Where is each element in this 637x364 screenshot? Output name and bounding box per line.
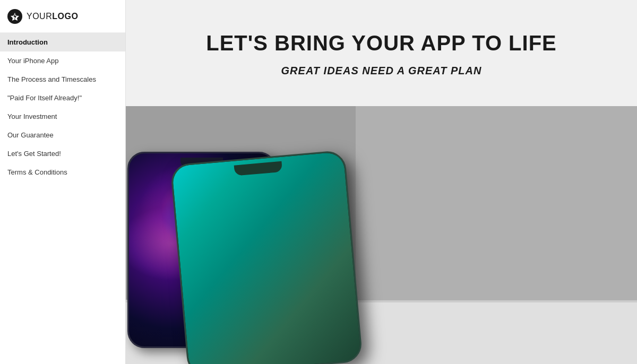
hero-heading: LET'S BRING YOUR APP TO LIFE bbox=[206, 31, 557, 55]
sidebar-item-introduction[interactable]: Introduction bbox=[0, 33, 125, 51]
sidebar-item-lets-get-started[interactable]: Let's Get Started! bbox=[0, 144, 125, 163]
hero-subheading: GREAT IDEAS NEED A GREAT PLAN bbox=[281, 65, 482, 77]
sidebar-item-our-guarantee[interactable]: Our Guarantee bbox=[0, 126, 125, 144]
logo-icon bbox=[7, 9, 22, 24]
main-content: LET'S BRING YOUR APP TO LIFE GREAT IDEAS… bbox=[126, 0, 637, 364]
hero-text-section: LET'S BRING YOUR APP TO LIFE GREAT IDEAS… bbox=[126, 0, 637, 106]
sidebar-item-your-investment[interactable]: Your Investment bbox=[0, 107, 125, 126]
sidebar-item-paid-for-itself[interactable]: "Paid For Itself Already!" bbox=[0, 89, 125, 107]
sidebar: YOURLOGO Introduction Your iPhone App Th… bbox=[0, 0, 126, 364]
nav-list: Introduction Your iPhone App The Process… bbox=[0, 33, 125, 364]
sidebar-item-terms-conditions[interactable]: Terms & Conditions bbox=[0, 163, 125, 181]
sidebar-item-your-iphone-app[interactable]: Your iPhone App bbox=[0, 51, 125, 70]
hero-image-section bbox=[126, 106, 637, 364]
phone-mockup-front bbox=[170, 150, 363, 364]
logo-text: YOURLOGO bbox=[27, 12, 78, 21]
logo-area: YOURLOGO bbox=[0, 0, 125, 33]
sidebar-item-process-timescales[interactable]: The Process and Timescales bbox=[0, 70, 125, 89]
